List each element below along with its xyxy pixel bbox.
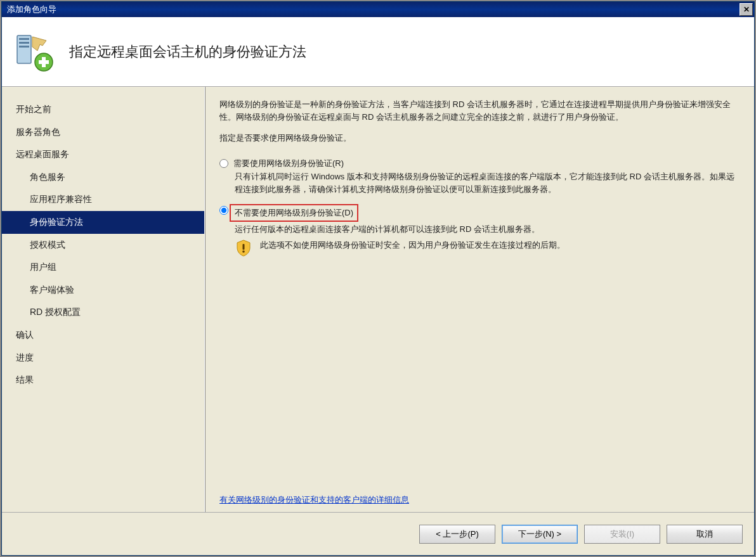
cancel-button[interactable]: 取消 bbox=[667, 525, 743, 544]
svg-rect-3 bbox=[19, 46, 29, 48]
content-pane: 网络级别的身份验证是一种新的身份验证方法，当客户端连接到 RD 会话主机服务器时… bbox=[205, 87, 754, 512]
sidebar-item-9[interactable]: RD 授权配置 bbox=[2, 301, 204, 324]
auth-radio-group: 需要使用网络级别身份验证(R) 只有计算机同时运行 Windows 版本和支持网… bbox=[219, 157, 740, 257]
svg-rect-1 bbox=[19, 38, 29, 40]
sidebar-item-12[interactable]: 结果 bbox=[2, 369, 204, 392]
titlebar: 添加角色向导 ✕ bbox=[2, 2, 754, 17]
sidebar-item-3[interactable]: 角色服务 bbox=[2, 166, 204, 189]
sidebar-item-10[interactable]: 确认 bbox=[2, 324, 204, 347]
radio-option-no-nla[interactable]: 不需要使用网络级别身份验证(D) bbox=[219, 204, 740, 222]
shield-warning-icon bbox=[235, 239, 252, 257]
radio-desc-no-nla: 运行任何版本的远程桌面连接客户端的计算机都可以连接到此 RD 会话主机服务器。 bbox=[235, 223, 740, 236]
wizard-sidebar: 开始之前服务器角色远程桌面服务角色服务应用程序兼容性身份验证方法授权模式用户组客… bbox=[2, 87, 205, 512]
sidebar-item-7[interactable]: 用户组 bbox=[2, 256, 204, 279]
svg-rect-7 bbox=[243, 244, 245, 250]
close-icon: ✕ bbox=[743, 5, 750, 14]
sidebar-item-5[interactable]: 身份验证方法 bbox=[2, 211, 204, 234]
close-button[interactable]: ✕ bbox=[740, 3, 753, 16]
radio-no-nla[interactable] bbox=[219, 206, 228, 215]
sidebar-item-8[interactable]: 客户端体验 bbox=[2, 279, 204, 302]
radio-option-require-nla[interactable]: 需要使用网络级别身份验证(R) bbox=[219, 157, 740, 170]
sidebar-item-2[interactable]: 远程桌面服务 bbox=[2, 143, 204, 166]
wizard-header: 指定远程桌面会话主机的身份验证方法 bbox=[2, 17, 754, 87]
sidebar-item-6[interactable]: 授权模式 bbox=[2, 234, 204, 257]
more-info-link[interactable]: 有关网络级别的身份验证和支持的客户端的详细信息 bbox=[219, 481, 409, 506]
previous-button[interactable]: < 上一步(P) bbox=[419, 525, 495, 544]
wizard-footer: < 上一步(P) 下一步(N) > 安装(I) 取消 bbox=[2, 512, 754, 555]
sidebar-item-11[interactable]: 进度 bbox=[2, 347, 204, 369]
radio-label-require-nla: 需要使用网络级别身份验证(R) bbox=[233, 157, 344, 170]
description-paragraph: 网络级别的身份验证是一种新的身份验证方法，当客户端连接到 RD 会话主机服务器时… bbox=[219, 98, 740, 123]
window-title: 添加角色向导 bbox=[7, 4, 56, 15]
sidebar-item-0[interactable]: 开始之前 bbox=[2, 98, 204, 121]
instruction-text: 指定是否要求使用网络级身份验证。 bbox=[219, 132, 740, 144]
next-button[interactable]: 下一步(N) > bbox=[502, 525, 578, 544]
warning-row: 此选项不如使用网络级身份验证时安全，因为用户身份验证发生在连接过程的后期。 bbox=[235, 239, 740, 257]
svg-point-8 bbox=[242, 250, 245, 253]
highlighted-selection: 不需要使用网络级别身份验证(D) bbox=[230, 204, 358, 222]
sidebar-item-4[interactable]: 应用程序兼容性 bbox=[2, 188, 204, 211]
radio-label-no-nla: 不需要使用网络级别身份验证(D) bbox=[235, 208, 353, 217]
warning-text: 此选项不如使用网络级身份验证时安全，因为用户身份验证发生在连接过程的后期。 bbox=[260, 239, 565, 252]
install-button[interactable]: 安装(I) bbox=[584, 525, 660, 544]
radio-desc-require-nla: 只有计算机同时运行 Windows 版本和支持网络级别身份验证的远程桌面连接的客… bbox=[235, 170, 740, 195]
wizard-window: 添加角色向导 ✕ 指定远程桌面会话主机的身份验证方法 开始之前服务器角色远程桌面… bbox=[1, 1, 755, 556]
svg-rect-6 bbox=[39, 60, 49, 64]
page-title: 指定远程桌面会话主机的身份验证方法 bbox=[69, 42, 306, 61]
radio-require-nla[interactable] bbox=[219, 159, 228, 168]
sidebar-item-1[interactable]: 服务器角色 bbox=[2, 121, 204, 144]
svg-rect-2 bbox=[19, 42, 29, 44]
server-role-icon bbox=[13, 32, 54, 72]
wizard-body: 开始之前服务器角色远程桌面服务角色服务应用程序兼容性身份验证方法授权模式用户组客… bbox=[2, 87, 754, 512]
